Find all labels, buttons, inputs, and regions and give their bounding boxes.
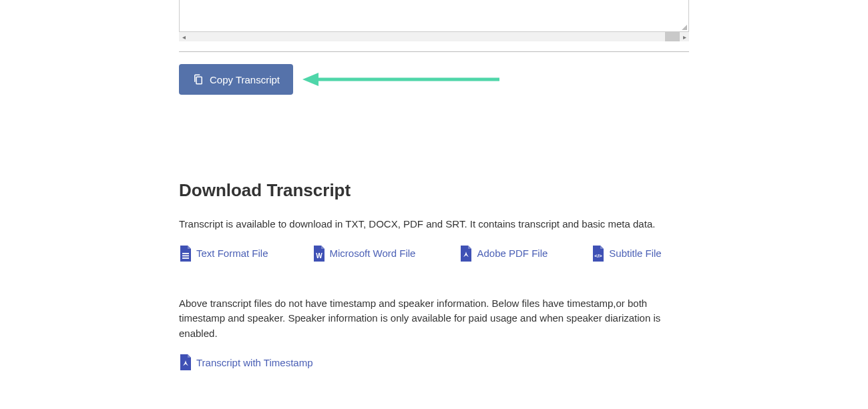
download-pdf-label: Adobe PDF File xyxy=(477,248,548,259)
download-srt-label: Subtitle File xyxy=(609,248,661,259)
download-timestamp-link[interactable]: Transcript with Timestamp xyxy=(179,354,313,370)
svg-rect-5 xyxy=(182,258,189,259)
svg-text:</>: </> xyxy=(595,253,603,259)
download-txt-link[interactable]: Text Format File xyxy=(179,246,268,262)
download-note-text: Above transcript files do not have times… xyxy=(179,296,689,342)
download-pdf-link[interactable]: Adobe PDF File xyxy=(459,246,548,262)
scroll-right-arrow-icon[interactable]: ▸ xyxy=(680,32,689,41)
section-divider xyxy=(179,51,689,52)
svg-text:W: W xyxy=(316,252,322,260)
file-text-icon xyxy=(179,246,192,262)
download-docx-link[interactable]: W Microsoft Word File xyxy=(312,246,416,262)
file-word-icon: W xyxy=(312,246,326,262)
download-txt-label: Text Format File xyxy=(196,248,268,259)
scroll-left-arrow-icon[interactable]: ◂ xyxy=(179,32,188,41)
svg-marker-2 xyxy=(302,73,318,86)
file-pdf-icon xyxy=(459,246,473,262)
svg-rect-4 xyxy=(182,255,189,256)
scroll-track[interactable] xyxy=(188,32,680,41)
download-timestamp-label: Transcript with Timestamp xyxy=(196,357,313,368)
horizontal-scrollbar[interactable]: ◂ ▸ xyxy=(179,32,689,41)
download-docx-label: Microsoft Word File xyxy=(330,248,416,259)
annotation-arrow-icon xyxy=(302,70,503,89)
copy-transcript-label: Copy Transcript xyxy=(210,74,280,85)
svg-rect-0 xyxy=(196,77,202,84)
copy-transcript-button[interactable]: Copy Transcript xyxy=(179,64,293,95)
file-subtitle-icon: </> xyxy=(592,246,605,262)
download-srt-link[interactable]: </> Subtitle File xyxy=(592,246,661,262)
download-heading: Download Transcript xyxy=(179,180,689,201)
copy-icon xyxy=(192,73,204,85)
resize-handle-icon[interactable] xyxy=(680,23,687,30)
download-intro-text: Transcript is available to download in T… xyxy=(179,217,689,232)
scroll-thumb[interactable] xyxy=(665,32,680,41)
transcript-textarea[interactable] xyxy=(179,0,689,32)
file-pdf-icon xyxy=(179,354,192,370)
svg-rect-3 xyxy=(182,253,189,254)
